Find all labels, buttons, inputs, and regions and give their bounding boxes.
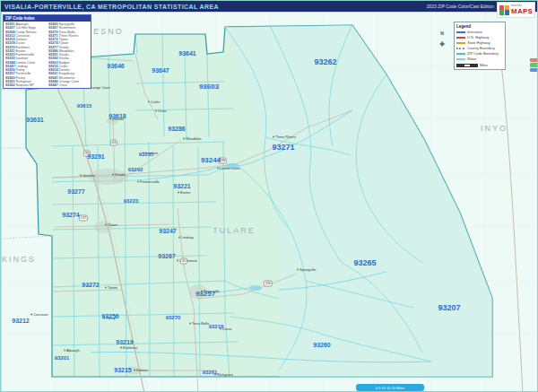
edition-label: 2023 ZIP Code Color/Cast Edition <box>427 4 494 9</box>
city-label-lindsay: Lindsay <box>178 235 194 240</box>
legend-title: Legend <box>456 24 503 29</box>
zip-label-93267: 93267 <box>158 253 175 259</box>
city-label-earlimart: Earlimart <box>120 345 137 350</box>
city-dot-icon <box>120 346 122 348</box>
zip-label-93257: 93257 <box>195 290 215 298</box>
stamp-green-block <box>530 63 538 66</box>
zip-label-93618: 93618 <box>108 113 126 119</box>
city-dot-icon <box>189 322 191 324</box>
highway-shield-63: 63 <box>110 140 117 146</box>
scale-segment <box>464 64 471 67</box>
logo-squares-icon <box>499 5 509 15</box>
marketmaps-logo: market MAPS <box>497 2 535 18</box>
highway-shield-65: 65 <box>180 258 187 265</box>
city-dot-icon <box>134 369 135 370</box>
zip-label-93207: 93207 <box>438 303 460 312</box>
city-label-alpaugh: Alpaugh <box>64 348 80 353</box>
zip-label-93265: 93265 <box>353 258 376 267</box>
zip-label-93615: 93615 <box>77 103 92 109</box>
legend-item-water: Water <box>456 57 503 62</box>
scale-bar-label: 0 5 10 15 20 Miles <box>376 386 405 390</box>
compass-rose: N ✦ <box>435 31 449 51</box>
map-canvas[interactable]: FRESNOKINGSTULAREINYO 936469364793641936… <box>1 12 538 392</box>
zip-label-93244: 93244 <box>201 156 221 164</box>
logo-text: market MAPS <box>511 4 533 15</box>
zip-label-93274: 93274 <box>62 212 79 218</box>
city-dot-icon <box>177 259 178 261</box>
map-legend-panel: Legend InterstateU.S. HighwayState Highw… <box>454 22 506 70</box>
legend-line-swatch <box>456 48 465 49</box>
zip-index-panel: ZIP Code Index 93201Alpaugh93207Cal Hot … <box>3 14 91 89</box>
zip-label-93270: 93270 <box>166 315 181 320</box>
city-dot-icon <box>148 100 150 102</box>
zip-label-93271: 93271 <box>272 143 294 152</box>
legend-line-swatch <box>456 37 465 39</box>
zip-label-93646: 93646 <box>107 63 124 69</box>
zip-label-93221: 93221 <box>173 183 190 189</box>
city-label-delano: Delano <box>134 368 148 372</box>
zip-index-row-93647: 93647Orosi <box>48 83 89 87</box>
north-label: N <box>435 31 449 35</box>
scale-segment <box>456 64 464 67</box>
city-label-orosi: Orosi <box>155 109 167 113</box>
city-label-visalia: Visalia <box>112 172 126 177</box>
city-label-corcoran: Corcoran <box>30 312 48 317</box>
map-poster: VISALIA-PORTERVILLE, CA METROPOLITAN STA… <box>0 0 538 392</box>
city-label-springville: Springville <box>297 267 316 272</box>
city-label-cutler: Cutler <box>148 100 161 104</box>
title-bar: VISALIA-PORTERVILLE, CA METROPOLITAN STA… <box>1 1 537 12</box>
city-dot-icon <box>137 180 139 182</box>
scale-unit-label: Miles <box>480 64 488 67</box>
zip-label-93212: 93212 <box>12 318 29 324</box>
scale-bar: 0 5 10 15 20 Miles <box>356 384 424 391</box>
zip-index-rows: 93201Alpaugh93207Cal Hot Spgs93208Camp N… <box>4 22 91 88</box>
zip-label-93235: 93235 <box>139 152 154 157</box>
city-dot-icon <box>105 286 107 288</box>
city-dot-icon <box>105 223 107 225</box>
zip-label-93262: 93262 <box>314 57 336 66</box>
city-label-exeter: Exeter <box>178 190 191 195</box>
highway-shield-190: 190 <box>264 281 273 287</box>
city-dot-icon <box>64 349 65 351</box>
zip-label-93277: 93277 <box>67 188 84 195</box>
city-label-tulare: Tulare <box>105 222 117 227</box>
zip-label-93647: 93647 <box>152 67 169 74</box>
highway-shield-137: 137 <box>79 215 88 222</box>
county-label-inyo: INYO <box>481 124 508 133</box>
zip-label-93201: 93201 <box>55 355 70 361</box>
city-label-woodlake: Woodlake <box>183 136 202 141</box>
city-label-farmersville: Farmersville <box>137 179 160 184</box>
legend-scale-bar: Miles <box>456 64 503 67</box>
county-label-tulare: TULARE <box>213 226 256 235</box>
logo-maintext: MAPS <box>511 8 533 15</box>
zip-label-93641: 93641 <box>178 50 195 57</box>
city-label-tipton: Tipton <box>105 285 117 290</box>
zip-label-93291: 93291 <box>87 153 104 160</box>
zip-label-93219: 93219 <box>116 339 133 345</box>
legend-line-swatch <box>456 31 465 33</box>
city-dot-icon <box>30 313 32 315</box>
city-dot-icon <box>273 135 274 137</box>
zip-label-93261: 93261 <box>203 370 218 375</box>
county-label-kings: KINGS <box>2 255 36 264</box>
stamp-red-block <box>530 58 538 62</box>
zip-index-title: ZIP Code Index <box>4 15 91 22</box>
zip-label-93603: 93603 <box>199 83 219 91</box>
city-label-goshen: Goshen <box>80 173 95 178</box>
legend-line-swatch <box>456 58 465 60</box>
zip-label-93292: 93292 <box>128 167 143 172</box>
zip-label-93272: 93272 <box>82 282 99 288</box>
scale-segment <box>471 64 478 67</box>
city-label-lemon-cove: Lemon Cove <box>217 166 240 170</box>
city-label-three-rivers: Three Rivers <box>273 135 296 139</box>
zip-label-93260: 93260 <box>313 342 330 348</box>
zip-label-93223: 93223 <box>124 198 139 204</box>
city-label-terra-bella: Terra Bella <box>189 321 209 326</box>
zip-label-93631: 93631 <box>26 117 43 123</box>
zip-index-row-93262: 93262Sequoia NP <box>5 83 46 87</box>
stamp-blue-block <box>530 68 538 72</box>
legend-line-swatch <box>456 53 465 55</box>
zip-label-93218: 93218 <box>209 324 224 329</box>
zip-label-93286: 93286 <box>168 126 185 132</box>
compass-star-icon: ✦ <box>438 39 446 49</box>
